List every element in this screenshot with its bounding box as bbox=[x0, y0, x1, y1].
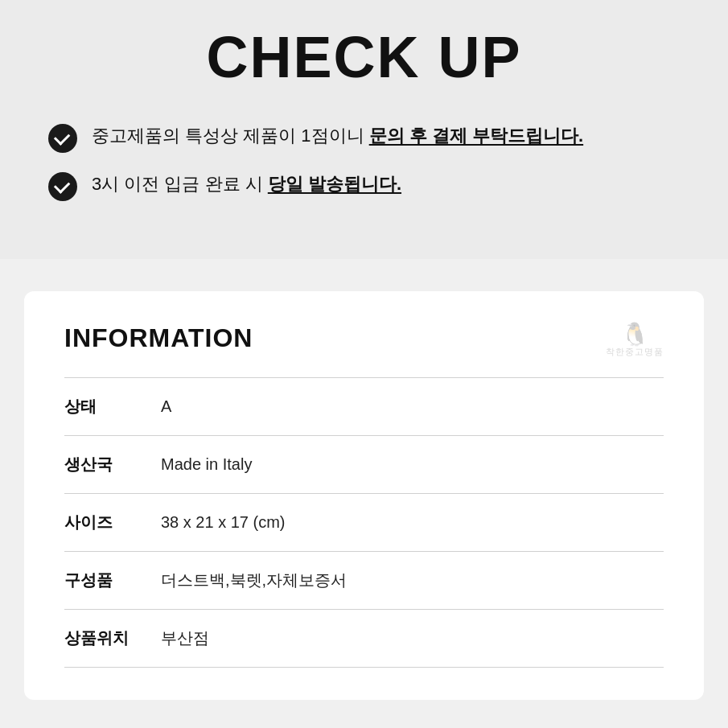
table-row: 사이즈38 x 21 x 17 (cm) bbox=[64, 494, 664, 552]
table-row: 생산국Made in Italy bbox=[64, 436, 664, 494]
info-label-1: 생산국 bbox=[64, 436, 161, 494]
bottom-section: INFORMATION 🐧 착한중고명품 상태A생산국Made in Italy… bbox=[0, 259, 728, 728]
info-value-3: 더스트백,북렛,자체보증서 bbox=[161, 552, 664, 610]
info-table: 상태A생산국Made in Italy사이즈38 x 21 x 17 (cm)구… bbox=[64, 377, 664, 668]
info-card-title: INFORMATION bbox=[64, 323, 664, 353]
info-value-0: A bbox=[161, 378, 664, 436]
watermark-text: 착한중고명품 bbox=[606, 346, 664, 358]
check-icon-2 bbox=[48, 172, 77, 201]
check-item-1: 중고제품의 특성상 제품이 1점이니 문의 후 결제 부탁드립니다. bbox=[48, 122, 680, 153]
check-text-2: 3시 이전 입금 완료 시 당일 발송됩니다. bbox=[92, 171, 401, 197]
check-text-1: 중고제품의 특성상 제품이 1점이니 문의 후 결제 부탁드립니다. bbox=[92, 122, 583, 149]
info-label-2: 사이즈 bbox=[64, 494, 161, 552]
info-label-4: 상품위치 bbox=[64, 610, 161, 668]
check-item-2: 3시 이전 입금 완료 시 당일 발송됩니다. bbox=[48, 171, 680, 201]
watermark: 🐧 착한중고명품 bbox=[606, 323, 664, 358]
watermark-icon: 🐧 bbox=[621, 323, 649, 346]
table-row: 구성품더스트백,북렛,자체보증서 bbox=[64, 552, 664, 610]
table-row: 상품위치부산점 bbox=[64, 610, 664, 668]
table-row: 상태A bbox=[64, 378, 664, 436]
info-value-1: Made in Italy bbox=[161, 436, 664, 494]
page-title: CHECK UP bbox=[48, 24, 680, 90]
info-label-3: 구성품 bbox=[64, 552, 161, 610]
info-card: INFORMATION 🐧 착한중고명품 상태A생산국Made in Italy… bbox=[24, 291, 704, 700]
info-value-4: 부산점 bbox=[161, 610, 664, 668]
info-label-0: 상태 bbox=[64, 378, 161, 436]
info-value-2: 38 x 21 x 17 (cm) bbox=[161, 494, 664, 552]
top-section: CHECK UP 중고제품의 특성상 제품이 1점이니 문의 후 결제 부탁드립… bbox=[0, 0, 728, 259]
check-icon-1 bbox=[48, 124, 77, 153]
